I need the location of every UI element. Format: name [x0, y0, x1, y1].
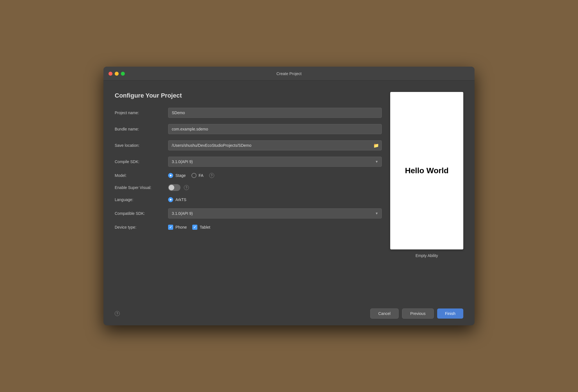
form-area: Configure Your Project Project name: Bun… — [115, 92, 382, 298]
model-help-icon[interactable]: ? — [209, 173, 214, 178]
footer-right: Cancel Previous Finish — [370, 308, 463, 319]
compatible-sdk-row: Compatible SDK: 3.1.0(API 9) 3.0.0(API 8… — [115, 208, 382, 218]
compile-sdk-wrapper: 3.1.0(API 9) 3.0.0(API 8) 2.2.0(API 7) ▼ — [168, 157, 382, 167]
folder-browse-icon[interactable]: 📁 — [373, 143, 379, 148]
super-visual-toggle[interactable] — [168, 184, 180, 191]
model-stage-option[interactable]: Stage — [168, 173, 186, 178]
compatible-sdk-wrapper: 3.1.0(API 9) 3.0.0(API 8) 2.2.0(API 7) ▼ — [168, 208, 382, 218]
project-name-row: Project name: — [115, 108, 382, 118]
bundle-name-label: Bundle name: — [115, 127, 168, 131]
device-type-label: Device type: — [115, 225, 168, 229]
device-type-row: Device type: Phone Tablet — [115, 225, 382, 230]
language-arkts-label: ArkTS — [175, 197, 186, 202]
finish-button[interactable]: Finish — [437, 308, 463, 319]
compile-sdk-label: Compile SDK: — [115, 159, 168, 164]
window-title: Create Project — [276, 71, 301, 76]
page-title: Configure Your Project — [115, 92, 382, 99]
close-button[interactable] — [109, 72, 112, 76]
create-project-dialog: Create Project Configure Your Project Pr… — [103, 67, 475, 325]
model-row: Model: Stage FA ? — [115, 173, 382, 178]
model-radio-group: Stage FA ? — [168, 173, 214, 178]
device-phone-checkbox[interactable] — [168, 225, 173, 230]
device-tablet-checkbox[interactable] — [192, 225, 197, 230]
preview-template-label: Empty Ability — [416, 253, 438, 258]
save-location-label: Save location: — [115, 143, 168, 148]
save-location-wrapper: 📁 — [168, 140, 382, 150]
footer-help-icon[interactable]: ? — [115, 311, 120, 316]
super-visual-row: Enable Super Visual: ? — [115, 184, 382, 191]
language-label: Language: — [115, 197, 168, 202]
model-stage-label: Stage — [175, 173, 186, 178]
device-type-checkbox-group: Phone Tablet — [168, 225, 210, 230]
model-fa-option[interactable]: FA — [191, 173, 204, 178]
super-visual-help-icon[interactable]: ? — [184, 185, 189, 190]
minimize-button[interactable] — [115, 72, 119, 76]
main-content: Configure Your Project Project name: Bun… — [103, 81, 475, 303]
previous-button[interactable]: Previous — [402, 308, 434, 319]
language-arkts-option[interactable]: ArkTS — [168, 197, 186, 202]
footer-left: ? — [115, 311, 120, 316]
super-visual-toggle-row: ? — [168, 184, 189, 191]
toggle-knob — [169, 185, 174, 190]
compatible-sdk-label: Compatible SDK: — [115, 211, 168, 216]
preview-area: Hello World Empty Ability — [390, 92, 463, 298]
language-radio-group: ArkTS — [168, 197, 186, 202]
device-phone-label: Phone — [175, 225, 187, 229]
compile-sdk-row: Compile SDK: 3.1.0(API 9) 3.0.0(API 8) 2… — [115, 157, 382, 167]
language-arkts-radio[interactable] — [168, 197, 173, 202]
compatible-sdk-select[interactable]: 3.1.0(API 9) 3.0.0(API 8) 2.2.0(API 7) — [168, 208, 382, 218]
preview-card: Hello World — [390, 92, 463, 249]
titlebar: Create Project — [103, 67, 475, 81]
window-controls — [109, 72, 125, 76]
model-stage-radio[interactable] — [168, 173, 173, 178]
model-fa-radio[interactable] — [191, 173, 197, 178]
device-tablet-item[interactable]: Tablet — [192, 225, 210, 230]
language-row: Language: ArkTS — [115, 197, 382, 202]
device-tablet-label: Tablet — [200, 225, 210, 229]
save-location-input[interactable] — [168, 140, 382, 150]
model-fa-label: FA — [199, 173, 204, 178]
bundle-name-input[interactable] — [168, 124, 382, 134]
device-phone-item[interactable]: Phone — [168, 225, 187, 230]
preview-hello-world: Hello World — [405, 166, 448, 175]
project-name-label: Project name: — [115, 111, 168, 115]
footer: ? Cancel Previous Finish — [103, 303, 475, 325]
project-name-input[interactable] — [168, 108, 382, 118]
save-location-row: Save location: 📁 — [115, 140, 382, 150]
maximize-button[interactable] — [121, 72, 125, 76]
bundle-name-row: Bundle name: — [115, 124, 382, 134]
super-visual-label: Enable Super Visual: — [115, 185, 168, 190]
model-label: Model: — [115, 173, 168, 178]
compile-sdk-select[interactable]: 3.1.0(API 9) 3.0.0(API 8) 2.2.0(API 7) — [168, 157, 382, 167]
cancel-button[interactable]: Cancel — [370, 308, 399, 319]
